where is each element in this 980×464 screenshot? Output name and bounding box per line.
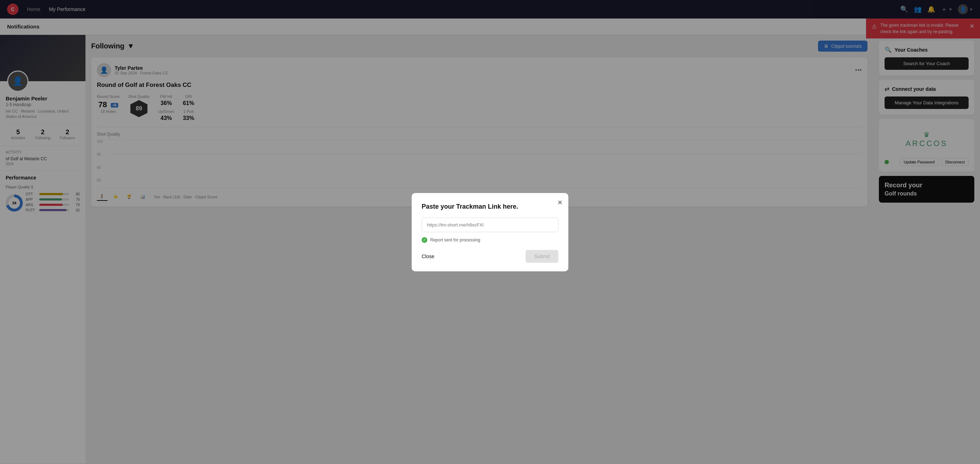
success-message: ✓ Report sent for processing [422, 237, 558, 243]
success-check-icon: ✓ [422, 237, 427, 243]
modal-overlay[interactable]: ✕ Paste your Trackman Link here. ✓ Repor… [0, 0, 980, 463]
close-icon: ✕ [557, 199, 563, 206]
modal-title: Paste your Trackman Link here. [422, 203, 558, 210]
modal-submit-button[interactable]: Submit [526, 250, 558, 263]
trackman-link-input[interactable] [422, 218, 558, 232]
modal-close-x-button[interactable]: ✕ [557, 199, 563, 207]
modal-close-button[interactable]: Close [422, 254, 434, 259]
trackman-modal: ✕ Paste your Trackman Link here. ✓ Repor… [412, 193, 568, 271]
success-text: Report sent for processing [430, 238, 480, 243]
modal-actions: Close Submit [422, 250, 558, 263]
